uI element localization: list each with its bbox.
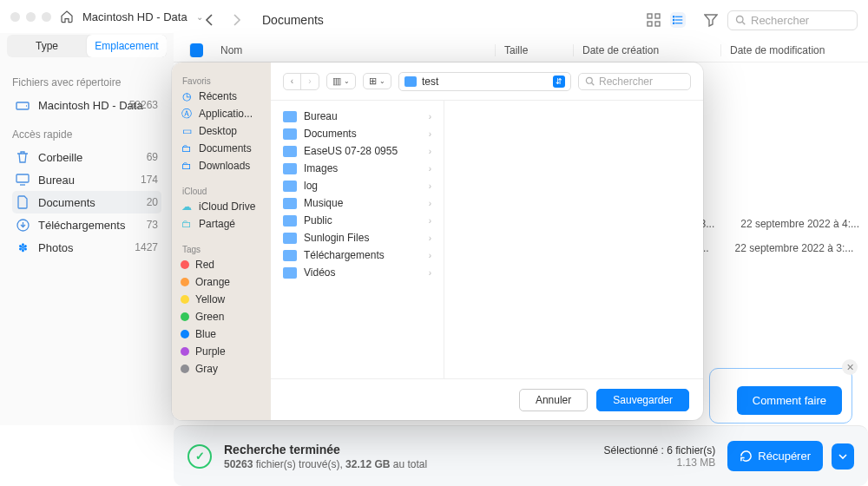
folder-item[interactable]: log› bbox=[271, 177, 444, 194]
folder-icon: 🗀 bbox=[181, 160, 193, 172]
chevron-right-icon: › bbox=[429, 112, 431, 122]
columns-view-button[interactable]: ▥⌄ bbox=[326, 73, 356, 89]
table-row[interactable]: 13... 22 septembre 2022 à 4:... bbox=[694, 212, 859, 236]
chevron-right-icon: › bbox=[429, 233, 431, 243]
side-item-shared[interactable]: 🗀Partagé bbox=[172, 215, 271, 233]
drive-icon bbox=[16, 98, 30, 112]
location-label: test bbox=[422, 76, 438, 88]
recover-button[interactable]: Récupérer bbox=[727, 441, 823, 471]
nav-forward-button[interactable] bbox=[227, 10, 247, 30]
folder-item[interactable]: Musique› bbox=[271, 194, 444, 212]
tag-label: Green bbox=[195, 311, 224, 323]
modified-cell: 22 septembre 2022 à 3:... bbox=[735, 242, 854, 254]
tag-item[interactable]: Yellow bbox=[172, 291, 271, 308]
recover-dropdown[interactable] bbox=[832, 443, 854, 470]
folder-item[interactable]: EaseUS 07-28 0955› bbox=[271, 142, 444, 160]
col-size[interactable]: Taille bbox=[495, 44, 573, 56]
side-item-icloud-drive[interactable]: ☁iCloud Drive bbox=[172, 198, 271, 215]
tag-dot-icon bbox=[181, 330, 189, 338]
tag-item[interactable]: Purple bbox=[172, 343, 271, 360]
folder-item[interactable]: Sunlogin Files› bbox=[271, 229, 444, 246]
recover-label: Récupérer bbox=[758, 450, 811, 463]
list-view-button[interactable] bbox=[670, 12, 686, 28]
tag-dot-icon bbox=[181, 347, 189, 356]
svg-rect-0 bbox=[648, 14, 652, 18]
sidebar-item-count: 1427 bbox=[135, 241, 158, 253]
nav-back[interactable]: ‹ bbox=[284, 74, 301, 89]
folder-item[interactable]: Bureau› bbox=[271, 108, 444, 125]
sidebar-item-count: 73 bbox=[147, 219, 158, 231]
col-created[interactable]: Date de création bbox=[573, 44, 720, 56]
zoom-dot[interactable] bbox=[42, 12, 51, 22]
group-button[interactable]: ⊞⌄ bbox=[363, 73, 391, 89]
home-icon bbox=[60, 10, 74, 23]
table-row[interactable]: à... 22 septembre 2022 à 3:... bbox=[694, 236, 859, 260]
drive-count: 50263 bbox=[129, 99, 158, 111]
tab-location[interactable]: Emplacement bbox=[87, 35, 167, 57]
minimize-dot[interactable] bbox=[26, 12, 36, 22]
sidebar-item-desktop[interactable]: Bureau 174 bbox=[12, 168, 161, 191]
filter-button[interactable] bbox=[703, 12, 719, 28]
side-item-recents[interactable]: ◷Récents bbox=[172, 88, 271, 105]
svg-point-8 bbox=[673, 19, 674, 21]
side-item-desktop[interactable]: ▭Desktop bbox=[172, 122, 271, 140]
desktop-icon bbox=[16, 173, 30, 187]
col-modified[interactable]: Date de modification bbox=[720, 44, 868, 56]
tag-item[interactable]: Blue bbox=[172, 325, 271, 343]
cancel-button[interactable]: Annuler bbox=[519, 389, 588, 411]
chevron-right-icon: › bbox=[429, 181, 431, 191]
status-title: Recherche terminée bbox=[224, 443, 427, 456]
status-selection: Sélectionné : 6 fichier(s) bbox=[604, 444, 716, 456]
folder-label: Musique bbox=[304, 197, 343, 209]
folder-item[interactable]: Documents› bbox=[271, 125, 444, 142]
sidebar-item-photos[interactable]: ✽ Photos 1427 bbox=[12, 236, 161, 259]
tag-item[interactable]: Gray bbox=[172, 360, 271, 378]
breadcrumb-volume: Macintosh HD - Data bbox=[82, 10, 187, 23]
grid-view-button[interactable] bbox=[646, 12, 661, 28]
dialog-nav[interactable]: ‹ › bbox=[283, 73, 319, 90]
folder-label: Bureau bbox=[304, 110, 338, 122]
side-item-documents[interactable]: 🗀Documents bbox=[172, 140, 271, 157]
tag-item[interactable]: Orange bbox=[172, 273, 271, 291]
select-all-checkbox[interactable] bbox=[189, 43, 203, 57]
nav-back-button[interactable] bbox=[200, 10, 219, 30]
drive-item[interactable]: Macintosh HD - Data 50263 bbox=[12, 94, 161, 116]
window-controls[interactable] bbox=[10, 12, 51, 22]
tag-item[interactable]: Green bbox=[172, 308, 271, 325]
columns-icon: ▥ bbox=[332, 76, 341, 87]
svg-point-9 bbox=[673, 23, 674, 24]
side-heading-icloud: iCloud bbox=[172, 181, 271, 198]
sidebar-item-documents[interactable]: Documents 20 bbox=[12, 191, 161, 213]
howto-close[interactable]: ✕ bbox=[842, 359, 858, 375]
chevron-right-icon: › bbox=[429, 268, 431, 278]
save-button[interactable]: Sauvegarder bbox=[596, 389, 689, 411]
close-dot[interactable] bbox=[10, 12, 20, 22]
search-input-main[interactable]: Rechercher bbox=[727, 10, 858, 30]
side-item-applications[interactable]: ⒶApplicatio... bbox=[172, 105, 271, 122]
svg-point-10 bbox=[737, 16, 744, 23]
nav-fwd[interactable]: › bbox=[301, 74, 319, 89]
folder-item[interactable]: Vidéos› bbox=[271, 264, 444, 281]
tag-dot-icon bbox=[181, 260, 189, 269]
tab-type[interactable]: Type bbox=[7, 35, 87, 57]
sidebar-item-downloads[interactable]: Téléchargements 73 bbox=[12, 213, 161, 236]
folder-item[interactable]: Public› bbox=[271, 212, 444, 229]
folder-item[interactable]: Téléchargements› bbox=[271, 246, 444, 264]
tag-label: Purple bbox=[195, 345, 226, 358]
sidebar-item-label: Corbeille bbox=[38, 151, 82, 164]
chevron-right-icon bbox=[233, 14, 241, 26]
tag-item[interactable]: Red bbox=[172, 256, 271, 273]
folder-item[interactable]: Images› bbox=[271, 160, 444, 177]
sidebar-item-label: Documents bbox=[38, 196, 95, 209]
sidebar-item-trash[interactable]: Corbeille 69 bbox=[12, 146, 161, 168]
col-name[interactable]: Nom bbox=[212, 44, 495, 56]
dialog-search[interactable]: Rechercher bbox=[578, 73, 691, 90]
location-dropdown[interactable]: test ⇵ bbox=[398, 72, 571, 91]
search-icon bbox=[585, 76, 595, 86]
folder-column: Bureau›Documents›EaseUS 07-28 0955›Image… bbox=[271, 101, 444, 378]
side-item-downloads[interactable]: 🗀Downloads bbox=[172, 157, 271, 174]
filter-icon bbox=[704, 13, 718, 27]
howto-button[interactable]: Comment faire bbox=[737, 386, 842, 415]
breadcrumb[interactable]: Macintosh HD - Data ⌄ bbox=[60, 10, 203, 23]
segmented-control[interactable]: Type Emplacement bbox=[7, 35, 167, 57]
